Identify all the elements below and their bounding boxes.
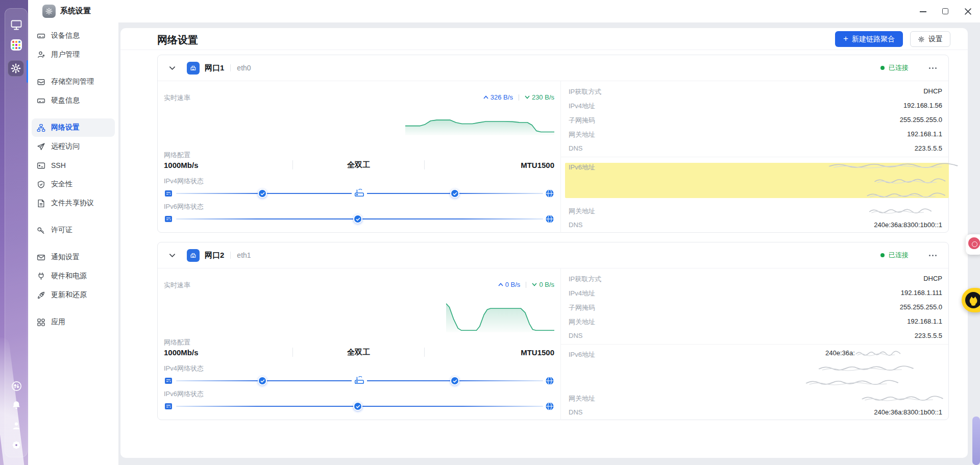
sidebar-item-label: 许可证	[51, 226, 72, 235]
security-shield-icon	[37, 180, 45, 189]
sidebar-item-label: 应用	[51, 317, 65, 327]
router-icon	[352, 187, 367, 198]
realtime-speed-label: 实时速率	[164, 281, 190, 290]
info-label: 网关地址	[569, 207, 595, 215]
network-config-values: 1000Mb/s 全双工 MTU1500	[164, 159, 554, 171]
ipv6-status-label: IPv6网络状态	[164, 202, 204, 211]
create-link-aggregation-button[interactable]: + 新建链路聚合	[835, 31, 903, 47]
sidebar-item-update-restore[interactable]: 更新和还原	[32, 286, 115, 304]
info-value: 223.5.5.5	[915, 332, 942, 340]
ssh-terminal-icon	[37, 161, 45, 170]
pet-assistant-button[interactable]	[962, 288, 980, 312]
notifications-bell-icon[interactable]	[10, 399, 22, 411]
nas-device-icon	[164, 189, 173, 198]
user-icon[interactable]	[10, 420, 22, 432]
check-icon	[450, 189, 459, 198]
page-title: 网络设置	[157, 33, 198, 47]
maximize-button[interactable]	[934, 2, 957, 20]
sidebar-item-label: 通知设置	[51, 253, 80, 262]
ipv6-label: IPv6地址	[569, 350, 595, 359]
sidebar-item-user-management[interactable]: 用户管理	[32, 45, 115, 64]
sidebar-item-license[interactable]: 许可证	[32, 221, 115, 239]
network-settings-panel: 网络设置 + 新建链路聚合 设置	[120, 28, 968, 458]
sidebar-item-network-settings[interactable]: 网络设置	[32, 118, 115, 137]
info-divider	[560, 344, 948, 345]
divider	[230, 64, 231, 71]
connection-status: 已连接	[889, 63, 909, 72]
router-icon	[352, 374, 367, 385]
sidebar-item-remote-access[interactable]: 远程访问	[32, 137, 115, 156]
more-actions-button[interactable]	[928, 67, 937, 69]
hardware-power-icon	[37, 272, 45, 281]
feedback-bug-icon	[967, 236, 980, 250]
redaction-scribble	[868, 207, 934, 214]
header-divider	[120, 50, 968, 50]
internet-globe-icon	[545, 189, 554, 198]
more-actions-button[interactable]	[928, 255, 937, 256]
download-arrow-icon	[525, 95, 530, 99]
redaction-scribble	[804, 379, 901, 386]
info-value: 192.168.1.56	[903, 102, 942, 110]
realtime-speed-chart	[446, 300, 554, 332]
transfer-stats-icon[interactable]	[10, 380, 22, 392]
preferences-gear-icon[interactable]	[10, 439, 22, 451]
sidebar-item-label: 硬件和电源	[51, 272, 87, 281]
app-icon	[42, 5, 56, 18]
sidebar-item-label: 安全性	[51, 180, 72, 189]
info-label: DNS	[569, 221, 582, 229]
link-speed: 1000Mb/s	[164, 348, 292, 357]
ethernet-port-icon	[187, 62, 200, 75]
internet-globe-icon	[545, 376, 554, 385]
ipv4-connectivity-path	[164, 188, 554, 199]
window-titlebar: 系统设置	[28, 0, 980, 22]
connected-status-dot	[880, 253, 885, 257]
download-arrow-icon	[532, 283, 537, 286]
info-value: 255.255.255.0	[900, 116, 942, 124]
collapse-chevron-icon[interactable]	[169, 65, 176, 71]
sidebar-item-device-info[interactable]: 设备信息	[32, 27, 115, 45]
desktop-icon[interactable]	[10, 19, 22, 31]
sidebar-item-security[interactable]: 安全性	[32, 175, 115, 193]
info-label: DNS	[569, 408, 582, 417]
mtu-value: MTU1500	[425, 348, 554, 357]
info-label: IP获取方式	[569, 87, 601, 95]
sidebar-item-label: 存储空间管理	[51, 77, 94, 86]
plus-icon: +	[843, 34, 848, 43]
system-settings-app-icon[interactable]	[8, 60, 24, 77]
ip-info-panel: IP获取方式DHCP IPv4地址192.168.1.111 子网掩码255.2…	[560, 268, 948, 420]
sidebar-item-notification-settings[interactable]: 通知设置	[32, 248, 115, 266]
sidebar-item-file-sharing[interactable]: 文件共享协议	[32, 194, 115, 212]
speed-readout: 0 B/s 0 B/s	[498, 281, 554, 288]
ipv6-label: IPv6地址	[569, 163, 595, 172]
redaction-scribble	[873, 177, 948, 184]
ipv6-connectivity-path	[164, 401, 554, 411]
info-value: 240e:36a:8300:1b00::1	[874, 408, 942, 417]
feedback-widget[interactable]	[966, 234, 980, 255]
check-icon	[353, 402, 362, 411]
app-launcher-icon[interactable]	[10, 39, 22, 51]
divider	[526, 282, 526, 288]
upload-speed: 0 B/s	[498, 281, 521, 288]
nas-device-icon	[164, 402, 173, 411]
info-label: 子网掩码	[569, 303, 595, 311]
sidebar-item-disk-info[interactable]: 硬盘信息	[32, 91, 115, 110]
ipv4-status-label: IPv4网络状态	[164, 177, 204, 186]
collapse-chevron-icon[interactable]	[169, 252, 176, 259]
floating-scroll-handle[interactable]	[972, 417, 980, 465]
sidebar-item-apps[interactable]: 应用	[32, 313, 115, 331]
network-global-settings-button[interactable]: 设置	[910, 31, 950, 47]
minimize-button[interactable]	[912, 2, 934, 20]
sidebar-item-label: 用户管理	[51, 50, 80, 59]
divider	[519, 94, 519, 101]
sidebar-item-label: 网络设置	[51, 123, 80, 132]
card-header: 网口1 eth0 已连接	[158, 55, 948, 81]
realtime-speed-chart	[405, 112, 554, 135]
storage-icon	[37, 78, 45, 86]
device-info-icon	[37, 32, 45, 40]
close-button[interactable]	[957, 2, 979, 20]
sidebar-item-storage-management[interactable]: 存储空间管理	[32, 72, 115, 91]
sidebar-item-hardware-power[interactable]: 硬件和电源	[32, 267, 115, 285]
duplex-mode: 全双工	[293, 348, 424, 357]
sidebar-item-ssh[interactable]: SSH	[32, 156, 115, 175]
network-card-eth1: 网口2 eth1 已连接 实时速率 0 B/s	[157, 242, 949, 420]
